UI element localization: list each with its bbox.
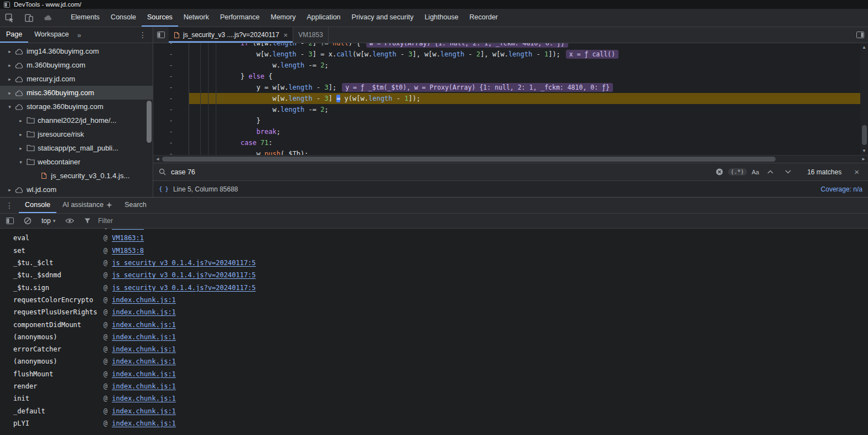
close-tab-icon[interactable]: × — [284, 31, 288, 39]
breakpoint-gutter[interactable]: - — [153, 82, 189, 93]
tree-item-js-security-v3-0-1-4-js[interactable]: js_security_v3_0.1.4.js... — [0, 169, 153, 183]
tree-scrollbar-thumb[interactable] — [147, 101, 152, 143]
source-link[interactable]: index.chunk.js:1 — [112, 370, 176, 378]
tree-item-misc-360buyimg-com[interactable]: ▸misc.360buyimg.com — [0, 86, 153, 100]
chevron-right-icon[interactable]: ▸ — [6, 63, 14, 68]
search-input[interactable]: case 76 — [171, 168, 195, 176]
breakpoint-gutter[interactable]: - — [153, 104, 189, 115]
tab-performance[interactable]: Performance — [215, 9, 266, 27]
breakpoint-gutter[interactable]: - — [153, 148, 189, 155]
chevron-right-icon[interactable]: ▸ — [6, 187, 14, 193]
source-link[interactable]: index.chunk.js:1 — [112, 333, 176, 341]
chevron-right-icon[interactable]: ▸ — [17, 118, 25, 123]
scroll-down-icon[interactable]: ▼ — [862, 147, 866, 155]
breakpoint-gutter[interactable]: - — [153, 60, 189, 71]
breakpoint-gutter[interactable]: - — [153, 43, 189, 49]
chevron-right-icon[interactable]: ▸ — [6, 76, 14, 82]
scroll-right-icon[interactable]: ► — [859, 157, 868, 162]
source-link[interactable]: index.chunk.js:1 — [112, 358, 176, 365]
tree-item-m-360buyimg-com[interactable]: ▸m.360buyimg.com — [0, 58, 153, 72]
tab-lighthouse[interactable]: Lighthouse — [419, 9, 464, 27]
more-tabs-icon[interactable]: » — [75, 27, 84, 43]
editor-horizontal-scrollbar[interactable]: ◄ ► — [153, 155, 868, 163]
tab-console[interactable]: Console — [105, 9, 142, 27]
scroll-left-icon[interactable]: ◄ — [153, 157, 162, 162]
source-link[interactable]: js_security_v3_0.1.4.js?v=20240117:5 — [112, 284, 256, 292]
tree-item-staticapp-pc-mall-publi[interactable]: ▸staticapp/pc_mall_publi... — [0, 141, 153, 155]
tab-network[interactable]: Network — [178, 9, 215, 27]
code-line-content[interactable]: w[w.length - 3] = y(w[w.length - 1]); — [189, 93, 860, 104]
source-link[interactable]: js_security_v3_0.1.4.js?v=20240117:5 — [112, 259, 256, 267]
previous-match-icon[interactable] — [764, 170, 777, 174]
code-line-content[interactable]: } else { — [189, 71, 860, 82]
clear-search-icon[interactable] — [716, 168, 723, 175]
inspect-icon[interactable] — [0, 9, 19, 27]
breakpoint-gutter[interactable]: - — [153, 93, 189, 104]
editor-tab-vm1853[interactable]: VM1853 — [293, 27, 329, 43]
breakpoint-gutter[interactable]: - — [153, 115, 189, 126]
context-selector[interactable]: top ▾ — [38, 217, 59, 225]
chevron-right-icon[interactable]: ▸ — [6, 49, 14, 54]
live-expression-icon[interactable] — [61, 218, 78, 224]
source-link[interactable]: index.chunk.js:1 — [112, 345, 176, 353]
code-line-content[interactable]: case 71: — [189, 137, 860, 148]
breakpoint-gutter[interactable]: - — [153, 49, 189, 60]
tab-recorder[interactable]: Recorder — [464, 9, 503, 27]
source-link[interactable]: js_security_v3_0.1.4.js?v=20240117:5 — [112, 271, 256, 279]
breakpoint-gutter[interactable]: - — [153, 126, 189, 137]
tree-item-img14-360buyimg-com[interactable]: ▸img14.360buyimg.com — [0, 44, 153, 58]
tab-ai-assistance[interactable]: AI assistance — [56, 198, 118, 213]
match-case-toggle[interactable]: Aa — [752, 169, 759, 175]
source-link[interactable]: VM1853:8 — [112, 247, 144, 255]
filter-input[interactable]: Filter — [98, 217, 113, 225]
clear-console-icon[interactable] — [20, 217, 35, 225]
vertical-scrollbar-thumb[interactable] — [862, 125, 867, 145]
code-line-content[interactable]: w[w.length - 3] = x.call(w[w.length - 3]… — [189, 49, 860, 60]
tree-item-webcontainer[interactable]: ▾webcontainer — [0, 155, 153, 169]
code-editor[interactable]: - if (w[w.length - 2] != null) {w = Prox… — [153, 43, 868, 155]
toggle-navigator-icon[interactable] — [153, 27, 169, 43]
pretty-print-icon[interactable]: { } — [159, 185, 168, 193]
close-search-icon[interactable]: × — [851, 167, 862, 177]
source-link[interactable]: VM1863:1 — [112, 229, 144, 230]
code-line-content[interactable]: break; — [189, 126, 860, 137]
tab-privacy-and-security[interactable]: Privacy and security — [346, 9, 419, 27]
tree-item-mercury-jd-com[interactable]: ▸mercury.jd.com — [0, 72, 153, 86]
code-line-content[interactable]: w.length -= 2; — [189, 104, 860, 115]
source-link[interactable]: VM1863:1 — [112, 234, 144, 242]
breakpoint-gutter[interactable]: - — [153, 137, 189, 148]
chevron-down-icon[interactable]: ▾ — [17, 159, 25, 165]
tab-console[interactable]: Console — [19, 198, 56, 213]
tree-item-storage-360buyimg-com[interactable]: ▾storage.360buyimg.com — [0, 100, 153, 113]
chevron-down-icon[interactable]: ▾ — [6, 104, 14, 110]
editor-tab-js-security[interactable]: js_security_v3 ....js?v=20240117 × — [169, 27, 293, 43]
coverage-link[interactable]: Coverage: n/a — [821, 185, 862, 193]
code-line-content[interactable]: w.length -= 2; — [189, 60, 860, 71]
code-line-content[interactable]: w.push(_$Tb); — [189, 148, 860, 155]
tab-elements[interactable]: Elements — [65, 9, 105, 27]
tab-workspace[interactable]: Workspace — [28, 27, 75, 43]
horizontal-scrollbar-thumb[interactable] — [162, 157, 776, 162]
source-link[interactable]: index.chunk.js:1 — [112, 420, 176, 427]
tab-sources[interactable]: Sources — [142, 9, 178, 27]
source-link[interactable]: index.chunk.js:1 — [112, 382, 176, 390]
next-match-icon[interactable] — [782, 170, 794, 174]
tree-item-wl-jd-com[interactable]: ▸wl.jd.com — [0, 183, 153, 196]
regex-toggle[interactable]: (.*) — [728, 168, 747, 175]
tree-item-channel2022-jd-home[interactable]: ▸channel2022/jd_home/... — [0, 113, 153, 127]
source-link[interactable]: index.chunk.js:1 — [112, 321, 176, 329]
navigator-menu-icon[interactable]: ⋮ — [133, 27, 153, 43]
chevron-right-icon[interactable]: ▸ — [17, 132, 25, 137]
drawer-menu-icon[interactable]: ⋮ — [0, 198, 19, 213]
code-line-content[interactable]: } — [189, 115, 860, 126]
scroll-up-icon[interactable]: ▲ — [862, 43, 866, 51]
source-link[interactable]: index.chunk.js:1 — [112, 407, 176, 415]
code-line-content[interactable]: if (w[w.length - 2] != null) {w = Proxy(… — [189, 43, 860, 49]
editor-vertical-scrollbar[interactable]: ▲ ▼ — [860, 43, 868, 155]
chevron-right-icon[interactable]: ▸ — [6, 90, 14, 96]
breakpoint-gutter[interactable]: - — [153, 71, 189, 82]
tab-application[interactable]: Application — [301, 9, 346, 27]
source-link[interactable]: index.chunk.js:1 — [112, 395, 176, 402]
code-line-content[interactable]: y = w[w.length - 3];y = ƒ _$tm(_$t0), w … — [189, 82, 860, 93]
toggle-debugger-sidebar-icon[interactable] — [853, 27, 868, 43]
